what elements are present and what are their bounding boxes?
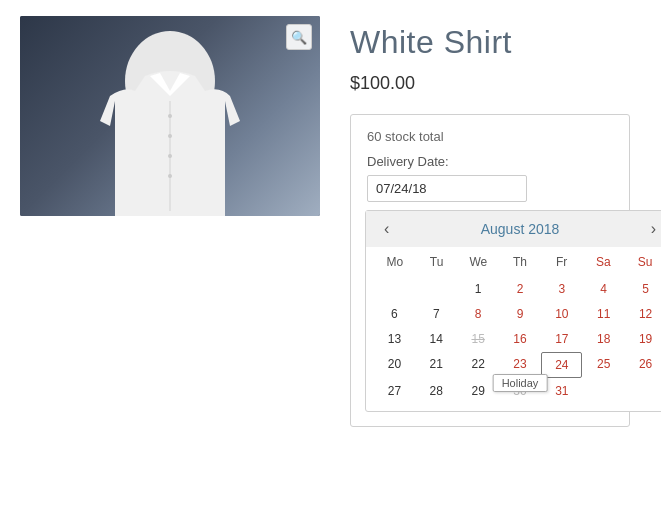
calendar-cell[interactable]: 24 xyxy=(541,352,582,378)
zoom-icon: 🔍 xyxy=(291,30,307,45)
calendar-grid: Mo Tu We Th Fr Sa Su 1234567891011121314… xyxy=(366,247,661,411)
day-name-we: We xyxy=(457,251,499,273)
calendar-day-names: Mo Tu We Th Fr Sa Su xyxy=(374,251,661,273)
calendar-cell xyxy=(625,379,661,403)
calendar-cell[interactable]: 19 xyxy=(625,327,661,351)
product-image: 🔍 xyxy=(20,16,320,216)
svg-point-5 xyxy=(168,174,172,178)
svg-point-2 xyxy=(168,114,172,118)
calendar-cell[interactable]: 13 xyxy=(374,327,415,351)
calendar-cell[interactable]: 1 xyxy=(458,277,499,301)
day-name-tu: Tu xyxy=(416,251,458,273)
calendar-next-button[interactable]: › xyxy=(645,219,661,239)
calendar-cell[interactable]: 21 xyxy=(416,352,457,378)
product-page: 🔍 White Shirt $100.00 60 stock total Del… xyxy=(0,0,661,443)
calendar: ‹ August 2018 › Mo Tu We Th Fr Sa Su xyxy=(365,210,661,412)
calendar-cell xyxy=(416,277,457,301)
calendar-cell[interactable]: 28 xyxy=(416,379,457,403)
calendar-cell[interactable]: 7 xyxy=(416,302,457,326)
stock-total: 60 stock total xyxy=(367,129,613,144)
calendar-cell[interactable]: 16 xyxy=(500,327,541,351)
shirt-svg xyxy=(80,21,260,216)
day-name-th: Th xyxy=(499,251,541,273)
calendar-cell[interactable]: 6 xyxy=(374,302,415,326)
calendar-cell[interactable]: 17 xyxy=(541,327,582,351)
calendar-cell[interactable]: 18 xyxy=(583,327,624,351)
svg-point-4 xyxy=(168,154,172,158)
calendar-cell[interactable]: 9 xyxy=(500,302,541,326)
stock-delivery-box: 60 stock total Delivery Date: ‹ August 2… xyxy=(350,114,630,427)
day-name-fr: Fr xyxy=(541,251,583,273)
product-image-bg xyxy=(20,16,320,216)
calendar-cell[interactable]: 5 xyxy=(625,277,661,301)
calendar-cell[interactable]: 23Holiday xyxy=(500,352,541,378)
calendar-cell[interactable]: 10 xyxy=(541,302,582,326)
calendar-cell[interactable]: 15 xyxy=(458,327,499,351)
calendar-cell xyxy=(583,379,624,403)
product-info-panel: White Shirt $100.00 60 stock total Deliv… xyxy=(350,16,641,427)
calendar-cells: 1234567891011121314151617181920212223Hol… xyxy=(374,277,661,403)
zoom-button[interactable]: 🔍 xyxy=(286,24,312,50)
day-name-sa: Sa xyxy=(583,251,625,273)
svg-point-3 xyxy=(168,134,172,138)
day-name-mo: Mo xyxy=(374,251,416,273)
calendar-cell xyxy=(374,277,415,301)
calendar-cell[interactable]: 27 xyxy=(374,379,415,403)
calendar-cell[interactable]: 3 xyxy=(541,277,582,301)
calendar-cell[interactable]: 4 xyxy=(583,277,624,301)
product-price: $100.00 xyxy=(350,73,641,94)
calendar-cell[interactable]: 8 xyxy=(458,302,499,326)
day-name-su: Su xyxy=(624,251,661,273)
calendar-cell[interactable]: 14 xyxy=(416,327,457,351)
calendar-cell[interactable]: 12 xyxy=(625,302,661,326)
calendar-cell[interactable]: 2 xyxy=(500,277,541,301)
calendar-cell[interactable]: 31 xyxy=(541,379,582,403)
delivery-label: Delivery Date: xyxy=(367,154,613,169)
product-title: White Shirt xyxy=(350,24,641,61)
calendar-header: ‹ August 2018 › xyxy=(366,211,661,247)
calendar-prev-button[interactable]: ‹ xyxy=(378,219,395,239)
calendar-cell[interactable]: 25 xyxy=(583,352,624,378)
calendar-month-year: August 2018 xyxy=(481,221,560,237)
calendar-cell[interactable]: 26 xyxy=(625,352,661,378)
delivery-date-input[interactable] xyxy=(367,175,527,202)
calendar-cell[interactable]: 11 xyxy=(583,302,624,326)
calendar-cell[interactable]: 20 xyxy=(374,352,415,378)
holiday-tooltip: Holiday xyxy=(493,374,548,392)
